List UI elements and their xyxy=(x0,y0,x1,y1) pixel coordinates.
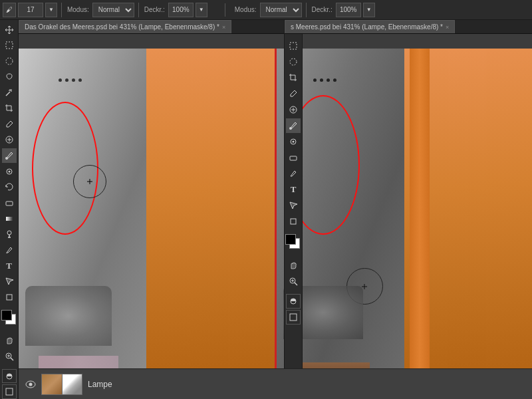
right-toolbox: T xyxy=(284,20,303,399)
svg-point-33 xyxy=(293,141,295,143)
layer-thumb-mask xyxy=(62,374,82,394)
svg-point-14 xyxy=(7,231,11,235)
rt-crop[interactable] xyxy=(286,70,301,85)
tool-gradient[interactable] xyxy=(2,211,17,226)
tool-marquee-ellipse[interactable] xyxy=(2,54,17,68)
layer-visibility-icon[interactable] xyxy=(25,379,36,390)
rt-screen-mode[interactable] xyxy=(286,310,301,325)
rt-eyedropper[interactable] xyxy=(286,86,301,101)
modus-label-left: Modus: xyxy=(67,6,89,13)
deckr-arrow-right[interactable]: ▼ xyxy=(363,3,375,17)
svg-point-31 xyxy=(289,127,292,130)
brush-size-input[interactable]: 17 xyxy=(18,3,43,17)
tool-hand[interactable] xyxy=(2,333,17,348)
tool-magic-wand[interactable] xyxy=(2,86,17,100)
content-area: Das Orakel des Meeres.psd bei 431% (Lamp… xyxy=(19,20,532,399)
toolbar-divider-center xyxy=(225,3,225,17)
rt-quick-mask[interactable] xyxy=(286,294,301,309)
rt-hand[interactable] xyxy=(286,258,301,273)
divider-2 xyxy=(138,3,139,17)
tool-eyedropper[interactable] xyxy=(2,117,17,132)
tool-move[interactable] xyxy=(2,23,17,37)
deckr-input-left[interactable]: 100% xyxy=(168,3,194,17)
rt-path[interactable] xyxy=(286,198,301,213)
tool-dodge[interactable] xyxy=(2,227,17,242)
layer-thumb-group[interactable] xyxy=(41,374,82,395)
tool-text[interactable]: T xyxy=(2,259,17,273)
crosshair-v-right xyxy=(364,284,365,289)
fg-color-swatch[interactable] xyxy=(1,310,12,321)
svg-rect-26 xyxy=(290,43,297,49)
brush-preset-btn[interactable]: 🖌 xyxy=(3,3,16,17)
tool-crop[interactable] xyxy=(2,101,17,116)
pole-right xyxy=(410,49,430,399)
rt-heal[interactable] xyxy=(286,102,301,117)
tool-brush[interactable] xyxy=(2,148,17,163)
rt-text[interactable]: T xyxy=(286,182,301,197)
rt-color-swatch-container xyxy=(285,234,301,253)
tab-bar-right: s Meeres.psd bei 431% (Lampe, Ebenenmask… xyxy=(285,20,455,34)
rt-brush[interactable] xyxy=(286,118,301,133)
toolbar-left-group: 🖌 17 ▼ Modus: Normal Deckr.: 100% ▼ xyxy=(3,3,207,17)
rt-eraser[interactable] xyxy=(286,150,301,165)
canvas-pane-left[interactable] xyxy=(19,49,275,399)
tab-left[interactable]: Das Orakel des Meeres.psd bei 431% (Lamp… xyxy=(19,20,231,33)
rt-ellipse-marquee[interactable] xyxy=(286,55,301,69)
toolbar-right-group: Modus: Normal Deckr.: 100% ▼ xyxy=(233,3,375,17)
divider-3 xyxy=(306,3,307,17)
svg-rect-13 xyxy=(6,217,13,221)
main-area: T Das Orakel des Mee xyxy=(0,20,532,399)
svg-rect-12 xyxy=(6,201,13,205)
modus-select-right[interactable]: Normal xyxy=(260,3,302,17)
screen-mode-btn[interactable] xyxy=(2,384,17,399)
deckr-input-right[interactable]: 100% xyxy=(336,3,361,17)
layer-panel: Lampe xyxy=(19,368,532,399)
svg-point-9 xyxy=(5,157,8,160)
tab-right[interactable]: s Meeres.psd bei 431% (Lampe, Ebenenmask… xyxy=(285,20,455,33)
svg-point-11 xyxy=(8,170,10,172)
rt-zoom[interactable] xyxy=(286,274,301,289)
tab-left-close[interactable]: × xyxy=(222,24,225,31)
divider-1 xyxy=(61,3,62,17)
tool-shape[interactable] xyxy=(2,290,17,305)
svg-rect-41 xyxy=(290,314,297,321)
lantern-dots-right xyxy=(313,78,336,82)
left-toolbox: T xyxy=(0,20,19,399)
tab-left-label: Das Orakel des Meeres.psd bei 431% (Lamp… xyxy=(25,23,219,31)
svg-rect-17 xyxy=(7,295,12,300)
deckr-label-left: Deckr.: xyxy=(144,6,165,13)
deckr-label-right: Deckr.: xyxy=(312,6,332,13)
tool-clone-stamp[interactable] xyxy=(2,164,17,179)
tool-history[interactable] xyxy=(2,180,17,195)
tool-zoom[interactable] xyxy=(2,349,17,364)
svg-point-27 xyxy=(290,59,297,65)
tab-right-close[interactable]: × xyxy=(446,24,449,31)
lantern-base-left xyxy=(25,286,112,346)
fabric-strip-left xyxy=(190,49,229,399)
rt-pen[interactable] xyxy=(286,166,301,181)
canvas-pane-right[interactable] xyxy=(275,49,533,399)
brush-size-down-btn[interactable]: ▼ xyxy=(45,3,57,17)
deckr-arrow-left[interactable]: ▼ xyxy=(196,3,207,17)
color-swatch-container xyxy=(1,310,17,329)
tool-eraser[interactable] xyxy=(2,196,17,210)
tool-path-select[interactable] xyxy=(2,275,17,289)
tool-healing[interactable] xyxy=(2,133,17,148)
rt-clone[interactable] xyxy=(286,134,301,149)
modus-select-left[interactable]: Normal xyxy=(92,3,134,17)
metal-bg-left xyxy=(19,49,159,399)
quick-mask-btn[interactable] xyxy=(2,369,17,384)
tool-lasso[interactable] xyxy=(2,70,17,84)
canvas-area xyxy=(19,34,532,399)
rt-fg-swatch[interactable] xyxy=(285,234,296,245)
svg-line-2 xyxy=(6,92,10,96)
svg-point-25 xyxy=(29,382,33,386)
layer-thumb-image xyxy=(42,374,62,394)
brush-cursor-left xyxy=(73,165,106,198)
tool-marquee[interactable] xyxy=(2,39,17,53)
rt-marquee[interactable] xyxy=(286,39,301,53)
tool-pen[interactable] xyxy=(2,243,17,257)
svg-point-1 xyxy=(6,58,13,65)
rt-shape[interactable] xyxy=(286,214,301,229)
tab-right-label: s Meeres.psd bei 431% (Lampe, Ebenenmask… xyxy=(291,23,443,31)
